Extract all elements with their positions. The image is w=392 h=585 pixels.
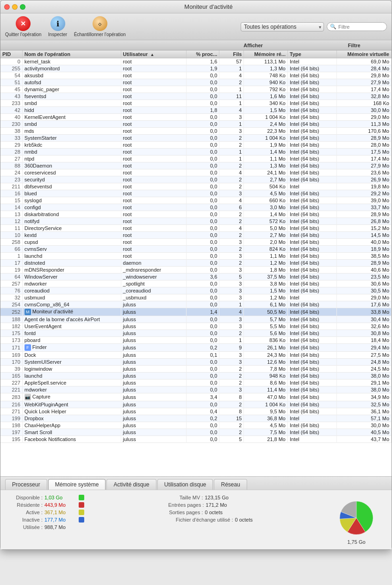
- table-row[interactable]: 24 coreservicesd root 0,0 4 24,1 Mo Inte…: [0, 169, 392, 176]
- table-row[interactable]: 43 fseventsd root 0,0 11 1,6 Mo Intel (6…: [0, 93, 392, 100]
- table-row[interactable]: 182 UserEventAgent juluss 0,0 3 5,5 Mo I…: [0, 323, 392, 330]
- col-pid[interactable]: PID: [0, 50, 22, 58]
- col-name[interactable]: Nom de l'opération: [22, 50, 121, 58]
- table-row[interactable]: 17 distnoted daemon 0,0 2 1,2 Mo Intel (…: [0, 260, 392, 267]
- table-row[interactable]: 216 WebKitPluginAgent juluss 0,0 2 1 004…: [0, 401, 392, 408]
- table-row[interactable]: 40 KernelEventAgent root 0,0 3 1 004 Ko …: [0, 114, 392, 121]
- table-row[interactable]: 29 krb5kdc root 0,0 2 1,9 Mo Intel (64 b…: [0, 142, 392, 149]
- operations-dropdown[interactable]: Toutes les opérationsMes opérationsOpéra…: [241, 22, 324, 31]
- cell-type: Intel (64 bits): [287, 197, 336, 204]
- table-row[interactable]: 19 mDNSResponder _mdnsresponder 0,0 3 1,…: [0, 267, 392, 274]
- cell-cpu: 0,0: [187, 359, 219, 366]
- table-row[interactable]: 1 launchd root 0,0 3 1,1 Mo Intel (64 bi…: [0, 253, 392, 260]
- cell-memoire: 7,8 Mo: [244, 366, 288, 373]
- table-row[interactable]: 271 Quick Look Helper juluss 0,4 8 9,5 M…: [0, 408, 392, 415]
- table-row[interactable]: 227 AppleSpell.service juluss 0,0 2 8,6 …: [0, 380, 392, 386]
- table-row[interactable]: 64 WindowServer _windowserver 3,6 5 37,5…: [0, 274, 392, 280]
- table-row[interactable]: 165 launchd juluss 0,0 2 948 Ko Intel (6…: [0, 373, 392, 380]
- sample-button[interactable]: ⬦ Échantillonner l'opération: [74, 16, 126, 37]
- table-row[interactable]: 171 FFinder juluss 0,2 9 26,1 Mo Intel (…: [0, 344, 392, 352]
- table-row[interactable]: 14 configd root 0,0 6 3,0 Mo Intel (64 b…: [0, 204, 392, 211]
- table-row[interactable]: 211 dbfseventsd root 0,0 2 504 Ko Intel …: [0, 183, 392, 190]
- table-row[interactable]: 252 MMoniteur d'activité juluss 1,4 4 50…: [0, 308, 392, 316]
- tab-utilisation-disque[interactable]: Utilisation disque: [157, 479, 213, 490]
- table-row[interactable]: 257 mdworker _spotlight 0,0 3 3,8 Mo Int…: [0, 280, 392, 287]
- col-fils[interactable]: Fils: [219, 50, 244, 58]
- cell-type: Intel (64 bits): [287, 422, 336, 429]
- table-row[interactable]: 170 SystemUIServer juluss 0,0 3 12,6 Mo …: [0, 359, 392, 366]
- col-memvirt[interactable]: Mémoire virtuelle: [337, 50, 392, 58]
- table-row[interactable]: 12 notifyd root 0,0 2 572 Ko Intel (64 b…: [0, 218, 392, 225]
- cell-name: notifyd: [22, 218, 121, 225]
- cell-memoire: 8,6 Mo: [244, 380, 288, 386]
- table-row[interactable]: 39 loginwindow juluss 0,0 2 7,8 Mo Intel…: [0, 366, 392, 373]
- col-memoire[interactable]: Mémoire ré...: [244, 50, 288, 58]
- table-row[interactable]: 175 fontd juluss 0,0 2 5,6 Mo Intel (64 …: [0, 330, 392, 337]
- col-user[interactable]: Utilisateur ▲: [121, 50, 187, 58]
- table-row[interactable]: 188 Agent de la borne d'accès AirPort ju…: [0, 316, 392, 323]
- col-type[interactable]: Type: [287, 50, 336, 58]
- table-row[interactable]: 28 nmbd root 0,0 1 1,4 Mo Intel (64 bits…: [0, 149, 392, 156]
- cell-pid: 88: [0, 162, 22, 169]
- inspect-button[interactable]: ℹ Inspecter: [46, 16, 69, 37]
- cell-fils: 2: [219, 211, 244, 218]
- table-row[interactable]: 11 DirectoryService root 0,0 4 5,0 Mo In…: [0, 225, 392, 232]
- table-row[interactable]: 27 ntpd root 0,0 1 1,1 Mo Intel (64 bits…: [0, 156, 392, 162]
- cell-memoire: 1,5 Mo: [244, 287, 288, 294]
- search-input[interactable]: [338, 24, 384, 30]
- table-row[interactable]: 33 SystemStarter root 0,0 2 1 004 Ko Int…: [0, 135, 392, 142]
- tab-processeur[interactable]: Processeur: [5, 479, 47, 490]
- table-row[interactable]: 221 mdworker juluss 0,0 3 11,4 Mo Intel …: [0, 386, 392, 393]
- pie-container: 1,75 Go: [329, 495, 384, 545]
- minimize-button[interactable]: [12, 4, 18, 10]
- table-row[interactable]: 32 usbmuxd _usbmuxd 0,0 3 1,2 Mo Intel 2…: [0, 294, 392, 301]
- table-row[interactable]: 230 smbd root 0,0 1 2,4 Mo Intel (64 bit…: [0, 121, 392, 128]
- window-title: Moniteur d'activité: [29, 3, 388, 10]
- table-row[interactable]: 54 aksusbd root 0,0 4 748 Ko Intel (64 b…: [0, 72, 392, 79]
- tab-activité-disque[interactable]: Activité disque: [106, 479, 156, 490]
- close-button[interactable]: [4, 4, 10, 10]
- cell-memvirt: 30,0 Mo: [337, 107, 392, 114]
- table-row[interactable]: 66 cvmsServ root 0,0 2 824 Ko Intel (64 …: [0, 246, 392, 253]
- table-row[interactable]: 198 ChaxHelperApp juluss 0,0 2 4,5 Mo In…: [0, 422, 392, 429]
- table-row[interactable]: 38 mds root 0,0 3 22,3 Mo Intel (64 bits…: [0, 128, 392, 135]
- table-row[interactable]: 169 Dock juluss 0,1 3 24,3 Mo Intel (64 …: [0, 352, 392, 359]
- table-row[interactable]: 88 360Daemon root 0,0 2 1,3 Mo Intel (64…: [0, 162, 392, 169]
- quit-button[interactable]: ✕ Quitter l'opération: [5, 16, 42, 37]
- table-row[interactable]: 254 cvmsComp_x86_64 juluss 0,0 1 6,1 Mo …: [0, 301, 392, 308]
- maximize-button[interactable]: [20, 4, 25, 10]
- cell-fils: 2: [219, 218, 244, 225]
- cell-memvirt: 23,5 Mo: [337, 274, 392, 280]
- cell-user: juluss: [121, 429, 187, 436]
- table-row[interactable]: 15 syslogd root 0,0 4 660 Ko Intel (64 b…: [0, 197, 392, 204]
- table-row[interactable]: 42 hidd root 1,8 4 1,5 Mo Intel (64 bits…: [0, 107, 392, 114]
- table-row[interactable]: 16 blued root 0,0 3 4,5 Mo Intel (64 bit…: [0, 190, 392, 197]
- table-row[interactable]: 197 Smart Scroll juluss 0,0 2 7,5 Mo Int…: [0, 429, 392, 436]
- table-row[interactable]: 173 pboard juluss 0,0 1 836 Ko Intel (64…: [0, 337, 392, 344]
- table-row[interactable]: 0 kernel_task root 1,6 57 113,1 Mo Intel…: [0, 58, 392, 65]
- table-row[interactable]: 51 autofsd root 0,0 2 940 Ko Intel (64 b…: [0, 79, 392, 86]
- table-row[interactable]: 233 smbd root 0,0 1 340 Ko Intel (64 bit…: [0, 100, 392, 107]
- table-row[interactable]: 23 securityd root 0,0 2 2,7 Mo Intel (64…: [0, 176, 392, 183]
- table-row[interactable]: 76 coreaudiod _coreaudiod 0,0 3 1,5 Mo I…: [0, 287, 392, 294]
- tab-mémoire-système[interactable]: Mémoire système: [48, 479, 106, 490]
- cell-type: Intel (64 bits): [287, 142, 336, 149]
- table-row[interactable]: 195 Facebook Notifications juluss 0,0 5 …: [0, 436, 392, 443]
- sample-label: Échantillonner l'opération: [74, 32, 126, 37]
- cell-cpu: 1,6: [187, 58, 219, 65]
- cell-type: Intel (64 bits): [287, 100, 336, 107]
- cell-memoire: 113,1 Mo: [244, 58, 288, 65]
- cell-memoire: 26,1 Mo: [244, 344, 288, 352]
- cell-memvirt: 40,6 Mo: [337, 267, 392, 274]
- table-row[interactable]: 13 diskarbitrationd root 0,0 2 1,4 Mo In…: [0, 211, 392, 218]
- table-row[interactable]: 283 📷Capture juluss 3,4 8 47,0 Mo Intel …: [0, 393, 392, 401]
- tab-réseau[interactable]: Réseau: [214, 479, 247, 490]
- cell-name: Dropbox: [22, 415, 121, 422]
- table-row[interactable]: 199 Dropbox juluss 0,2 15 36,8 Mo Intel …: [0, 415, 392, 422]
- table-row[interactable]: 10 kextd root 0,0 2 2,7 Mo Intel (64 bit…: [0, 232, 392, 239]
- table-row[interactable]: 255 activitymonitord root 1,9 1 1,3 Mo I…: [0, 65, 392, 72]
- cell-name: 360Daemon: [22, 162, 121, 169]
- table-row[interactable]: 258 cupsd root 0,0 3 2,0 Mo Intel (64 bi…: [0, 239, 392, 246]
- col-cpu[interactable]: % proc...: [187, 50, 219, 58]
- table-row[interactable]: 45 dynamic_pager root 0,0 1 792 Ko Intel…: [0, 86, 392, 93]
